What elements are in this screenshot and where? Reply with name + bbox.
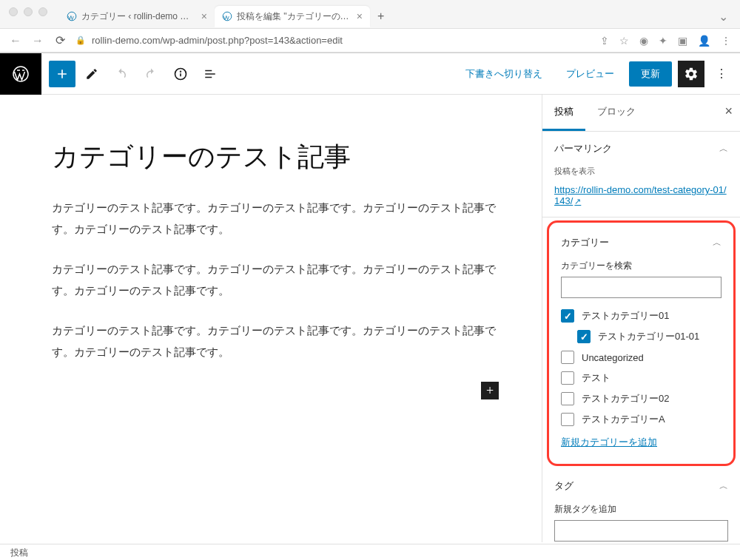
category-label: テスト (582, 371, 610, 385)
post-title[interactable]: カテゴリーのテスト記事 (52, 139, 505, 175)
undo-button[interactable] (108, 61, 135, 87)
draft-switch-button[interactable]: 下書きへ切り替え (457, 61, 551, 87)
highlight-annotation: カテゴリー ︿ カテゴリーを検索 テストカテゴリー01テストカテゴリー01-01… (547, 220, 736, 466)
checkbox[interactable] (561, 351, 574, 364)
editor-canvas[interactable]: カテゴリーのテスト記事 カテゴリーのテスト記事です。カテゴリーのテスト記事です。… (0, 95, 542, 542)
panel-body-category: カテゴリーを検索 テストカテゴリー01テストカテゴリー01-01Uncatego… (549, 260, 733, 461)
chevron-up-icon: ︿ (719, 143, 728, 155)
external-icon: ↗ (574, 197, 581, 206)
new-tab-button[interactable]: + (370, 7, 391, 26)
chevron-up-icon: ︿ (713, 237, 722, 249)
chevron-up-icon: ︿ (719, 480, 728, 493)
category-label: Uncategorized (582, 352, 644, 363)
add-category-link[interactable]: 新規カテゴリーを追加 (561, 436, 657, 449)
checkbox[interactable] (561, 413, 574, 426)
svg-point-5 (181, 71, 181, 72)
window-minimize[interactable] (24, 7, 33, 16)
category-item[interactable]: テストカテゴリー01 (561, 306, 722, 326)
share-icon[interactable]: ⇪ (600, 35, 609, 47)
checkbox[interactable] (561, 309, 574, 323)
post-paragraph[interactable]: カテゴリーのテスト記事です。カテゴリーのテスト記事です。カテゴリーのテスト記事で… (52, 198, 505, 240)
panel-title: タグ (554, 479, 574, 493)
permalink-url[interactable]: https://rollin-demo.com/test-category-01… (542, 184, 740, 217)
category-label: テストカテゴリー01 (582, 309, 669, 323)
browser-chrome: カテゴリー ‹ rollin-demo — Wor... × 投稿を編集 "カテ… (0, 0, 740, 53)
camera-icon[interactable]: ◉ (639, 35, 648, 47)
extension-icon[interactable]: ▣ (678, 35, 687, 47)
panel-title: パーマリンク (554, 142, 612, 155)
window-maximize[interactable] (38, 7, 47, 16)
reload-button[interactable]: ⟳ (53, 33, 67, 47)
view-post-label: 投稿を表示 (542, 166, 740, 177)
outline-button[interactable] (197, 61, 223, 87)
append-block-button[interactable]: + (481, 382, 499, 399)
redo-button[interactable] (138, 61, 164, 87)
panel-title: カテゴリー (561, 236, 609, 249)
lock-icon: 🔒 (75, 36, 86, 45)
chevron-down-icon[interactable]: ⌄ (719, 10, 740, 24)
checkbox[interactable] (577, 330, 591, 343)
url-text: rollin-demo.com/wp-admin/post.php?post=1… (92, 35, 343, 46)
category-search-label: カテゴリーを検索 (561, 260, 722, 272)
panel-header-category[interactable]: カテゴリー ︿ (549, 226, 733, 260)
category-item[interactable]: Uncategorized (561, 347, 722, 368)
extension-icon[interactable]: ✦ (659, 35, 667, 47)
bookmark-icon[interactable]: ☆ (619, 35, 629, 47)
add-block-button[interactable] (49, 61, 75, 87)
toolbar-right: 下書きへ切り替え プレビュー 更新 ⋮ (457, 61, 740, 87)
menu-icon[interactable]: ⋮ (721, 35, 731, 47)
address-bar-row: ← → ⟳ 🔒 rollin-demo.com/wp-admin/post.ph… (0, 28, 740, 53)
panel-header-permalink[interactable]: パーマリンク ︿ (542, 132, 740, 166)
browser-tab-active[interactable]: 投稿を編集 "カテゴリーのテスト記 × (215, 6, 370, 27)
panel-header-tags[interactable]: タグ ︿ (542, 469, 740, 503)
svg-point-1 (223, 12, 232, 21)
forward-button[interactable]: → (31, 34, 44, 47)
post-paragraph[interactable]: カテゴリーのテスト記事です。カテゴリーのテスト記事です。カテゴリーのテスト記事で… (52, 320, 505, 362)
wordpress-icon (67, 11, 77, 21)
profile-icon[interactable]: 👤 (698, 35, 710, 47)
category-item[interactable]: テストカテゴリー01-01 (561, 326, 722, 347)
category-item[interactable]: テストカテゴリーA (561, 409, 722, 430)
settings-sidebar: 投稿 ブロック × パーマリンク ︿ 投稿を表示 https://rollin-… (542, 95, 740, 542)
panel-category: カテゴリー ︿ カテゴリーを検索 テストカテゴリー01テストカテゴリー01-01… (549, 226, 733, 461)
more-button[interactable]: ⋮ (710, 61, 733, 87)
tag-input[interactable] (554, 520, 728, 542)
post-paragraph[interactable]: カテゴリーのテスト記事です。カテゴリーのテスト記事です。カテゴリーのテスト記事で… (52, 259, 505, 301)
category-list: テストカテゴリー01テストカテゴリー01-01Uncategorizedテストテ… (561, 306, 722, 430)
sidebar-tabs: 投稿 ブロック × (542, 95, 740, 132)
category-label: テストカテゴリーA (582, 413, 665, 426)
close-icon[interactable]: × (201, 10, 207, 22)
checkbox[interactable] (561, 392, 574, 405)
close-icon[interactable]: × (357, 10, 363, 22)
editor-body: カテゴリーのテスト記事 カテゴリーのテスト記事です。カテゴリーのテスト記事です。… (0, 95, 740, 542)
panel-permalink: パーマリンク ︿ 投稿を表示 https://rollin-demo.com/t… (542, 132, 740, 217)
category-label: テストカテゴリー02 (582, 392, 669, 405)
back-button[interactable]: ← (9, 34, 22, 47)
category-search-input[interactable] (561, 277, 722, 298)
panel-body-tags: 新規タグを追加 半角コンマまたはエンターキーで区切ります。 (542, 503, 740, 542)
wordpress-logo[interactable] (0, 53, 41, 95)
toolbar-left (41, 61, 231, 87)
checkbox[interactable] (561, 371, 574, 385)
window-controls (0, 0, 56, 16)
editor-topbar: 下書きへ切り替え プレビュー 更新 ⋮ (0, 53, 740, 95)
close-sidebar-button[interactable]: × (724, 104, 733, 119)
browser-tab-inactive[interactable]: カテゴリー ‹ rollin-demo — Wor... × (59, 6, 215, 27)
settings-button[interactable] (678, 61, 704, 87)
address-bar[interactable]: 🔒 rollin-demo.com/wp-admin/post.php?post… (75, 35, 591, 46)
tab-post[interactable]: 投稿 (542, 95, 585, 131)
edit-mode-button[interactable] (78, 61, 105, 87)
info-button[interactable] (167, 61, 194, 87)
preview-button[interactable]: プレビュー (557, 61, 623, 87)
window-close[interactable] (9, 7, 18, 16)
category-item[interactable]: テスト (561, 368, 722, 388)
publish-button[interactable]: 更新 (629, 61, 672, 87)
wordpress-icon (222, 11, 232, 21)
category-item[interactable]: テストカテゴリー02 (561, 388, 722, 409)
panel-tags: タグ ︿ 新規タグを追加 半角コンマまたはエンターキーで区切ります。 (542, 469, 740, 542)
tab-block[interactable]: ブロック (585, 95, 648, 131)
tag-add-label: 新規タグを追加 (554, 503, 728, 516)
browser-actions: ⇪ ☆ ◉ ✦ ▣ 👤 ⋮ (600, 35, 731, 47)
svg-point-0 (67, 12, 76, 21)
tab-title: カテゴリー ‹ rollin-demo — Wor... (81, 10, 197, 23)
